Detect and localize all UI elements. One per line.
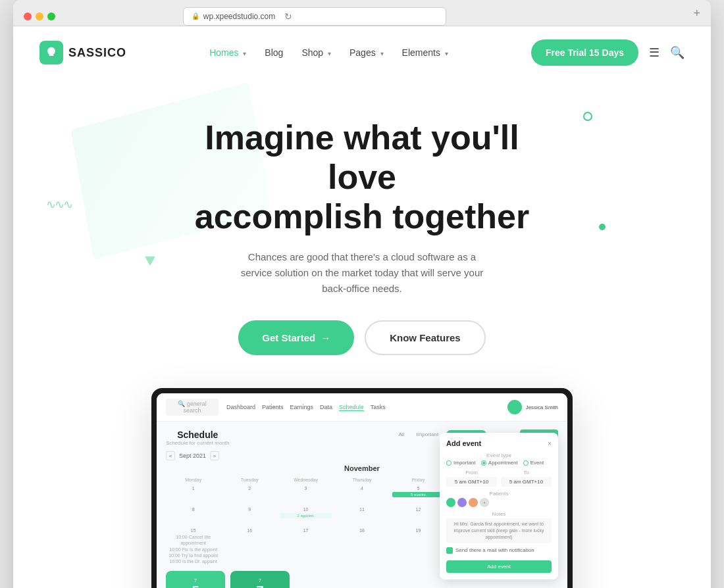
send-mail-label: Send there a mail with notification	[455, 547, 534, 553]
refresh-icon[interactable]: ↻	[284, 11, 292, 22]
col-thursday: Thursday	[334, 476, 389, 483]
mockup-inner: 🔍 general search Dashboard Patients Earn…	[157, 393, 567, 588]
day-19[interactable]: 19	[391, 527, 446, 565]
close-dot[interactable]	[24, 12, 32, 20]
radio-dot-appointment	[481, 460, 486, 466]
col-friday: Friday	[391, 476, 446, 483]
nav-link-shop[interactable]: Shop ▾	[301, 47, 331, 58]
mock-nav-patients: Patients	[262, 404, 284, 411]
day-8[interactable]: 8	[166, 506, 220, 526]
day-3[interactable]: 3	[278, 485, 333, 504]
appt-card-1: 7 5 appointments	[166, 571, 225, 588]
time-from-field[interactable]: 5 am GMT+10	[446, 477, 497, 487]
nav-item-pages[interactable]: Pages ▾	[349, 47, 384, 59]
tab-all[interactable]: All	[394, 430, 408, 439]
hero-title: Imagine what you'll love accomplish toge…	[178, 118, 546, 236]
day-4[interactable]: 4	[334, 485, 389, 504]
radio-important[interactable]: Important	[446, 460, 476, 466]
patient-avatar-2	[457, 498, 467, 507]
nav-item-homes[interactable]: Homes ▾	[209, 47, 246, 59]
send-mail-checkbox[interactable]	[446, 547, 453, 554]
day-2[interactable]: 2	[222, 485, 276, 504]
mock-nav-tasks: Tasks	[371, 404, 386, 411]
popup-event-type-row: Event type Important Appointment	[446, 453, 552, 466]
day-1[interactable]: 1	[166, 485, 220, 504]
browser-window: 🔒 wp.xpeedstudio.com ↻ + SASSICO Homes ▾	[13, 0, 711, 588]
hero-buttons: Get Started → Know Features	[39, 320, 685, 355]
notes-field[interactable]: Hi Mrs. Garcia first appointment, we wan…	[446, 518, 552, 543]
time-to-field[interactable]: 5 am GMT+10	[501, 477, 552, 487]
get-started-button[interactable]: Get Started →	[238, 320, 354, 355]
lock-icon: 🔒	[192, 12, 199, 20]
nav-item-elements[interactable]: Elements ▾	[402, 47, 448, 59]
minimize-dot[interactable]	[36, 12, 43, 20]
day-15[interactable]: 15 10:00 Cancel the appointment10:00 Fix…	[166, 527, 220, 565]
patients-label: Patients	[446, 491, 552, 497]
free-trial-button[interactable]: Free Trial 15 Days	[531, 39, 638, 66]
radio-event[interactable]: Event	[523, 460, 544, 466]
nav-link-pages[interactable]: Pages ▾	[349, 47, 384, 58]
day-16[interactable]: 16	[222, 527, 276, 565]
appt-card-num-2: 7	[240, 583, 280, 588]
popup-title: Add event	[446, 439, 481, 447]
schedule-title-block: Schedule Schedule for current month	[166, 429, 230, 446]
know-features-button[interactable]: Know Features	[365, 320, 486, 355]
day-9[interactable]: 9	[222, 506, 276, 526]
hero-title-line2: accomplish together	[195, 197, 530, 235]
send-mail-row: Send there a mail with notification	[446, 547, 552, 554]
radio-label-appointment: Appointment	[488, 460, 518, 466]
deco-wave: ∿∿∿	[46, 197, 72, 212]
chevron-icon-elements: ▾	[445, 50, 448, 57]
prev-month-btn[interactable]: <	[166, 451, 175, 460]
add-tab-button[interactable]: +	[693, 7, 700, 26]
add-patient-btn[interactable]: +	[480, 498, 489, 507]
col-wednesday: Wednesday	[278, 476, 333, 483]
day-12[interactable]: 12	[391, 506, 446, 526]
popup-close-button[interactable]: ×	[548, 440, 552, 447]
hero-title-line1: Imagine what you'll love	[205, 118, 519, 196]
radio-dot-important	[446, 460, 452, 466]
search-button[interactable]: 🔍	[670, 45, 685, 60]
popup-time-row: From 5 am GMT+10 To 5 am GMT+10	[446, 470, 552, 491]
day-11[interactable]: 11	[334, 506, 389, 526]
appt-card-num-1: 5	[175, 583, 216, 588]
hero-subtitle: Chances are good that there's a cloud so…	[237, 249, 487, 297]
radio-appointment[interactable]: Appointment	[481, 460, 518, 466]
next-month-btn[interactable]: >	[210, 451, 219, 460]
event-type-options: Important Appointment Event	[446, 460, 552, 466]
nav-links: Homes ▾ Blog Shop ▾ Pages ▾	[209, 47, 448, 59]
tab-important[interactable]: Important	[412, 430, 442, 439]
event-type-label: Event type	[446, 453, 552, 458]
popup-add-event-btn[interactable]: Add event	[446, 560, 552, 573]
mockup-topbar: 🔍 general search Dashboard Patients Earn…	[157, 393, 567, 422]
col-monday: Monday	[166, 476, 220, 483]
day-17[interactable]: 17	[278, 527, 333, 565]
mock-nav-dashboard: Dashboard	[226, 404, 255, 411]
mock-nav-data: Data	[320, 404, 332, 411]
chevron-icon-pages: ▾	[380, 50, 384, 57]
time-to-label: To	[501, 470, 552, 476]
appt-card-2: 7 7 appointments	[230, 571, 290, 588]
nav-item-shop[interactable]: Shop ▾	[301, 47, 331, 59]
nav-item-blog[interactable]: Blog	[265, 47, 283, 59]
nav-link-homes[interactable]: Homes ▾	[209, 47, 246, 58]
selected-date: Sept 2021	[179, 453, 206, 459]
nav-link-elements[interactable]: Elements ▾	[402, 47, 448, 58]
maximize-dot[interactable]	[47, 12, 55, 20]
chevron-icon-shop: ▾	[328, 50, 331, 57]
col-tuesday: Tuesday	[222, 476, 276, 483]
hamburger-menu-button[interactable]: ☰	[649, 45, 659, 60]
day-10[interactable]: 102 appoint.	[278, 506, 333, 526]
mockup-username: Jessica Smith	[526, 404, 558, 410]
day-18[interactable]: 18	[334, 527, 389, 565]
notes-label: Notes	[446, 511, 552, 517]
day-5[interactable]: 55 events	[391, 485, 446, 504]
page-content: SASSICO Homes ▾ Blog Shop ▾	[13, 26, 711, 588]
radio-label-event: Event	[530, 460, 544, 466]
logo[interactable]: SASSICO	[39, 41, 126, 64]
radio-dot-event	[523, 460, 529, 466]
nav-link-blog[interactable]: Blog	[265, 47, 283, 58]
patients-avatars: +	[446, 498, 552, 507]
address-bar[interactable]: 🔒 wp.xpeedstudio.com ↻	[183, 7, 446, 26]
mockup-nav-items: Dashboard Patients Earnings Data Schedul…	[226, 404, 386, 411]
